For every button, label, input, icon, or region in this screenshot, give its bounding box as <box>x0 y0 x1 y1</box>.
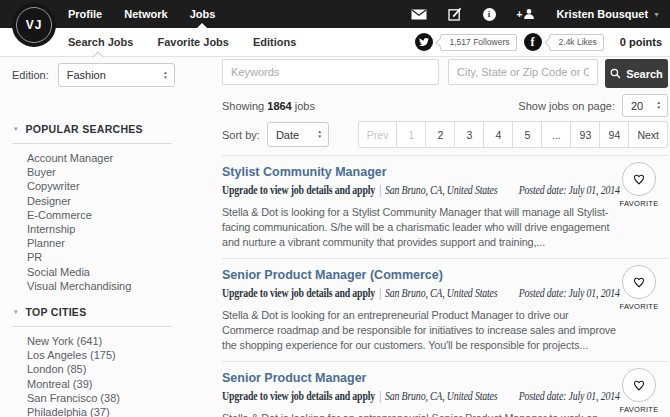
upgrade-link[interactable]: Upgrade to view job details and apply <box>222 183 375 197</box>
page-94-button[interactable]: 94 <box>600 121 629 148</box>
popular-search-item[interactable]: Buyer <box>27 165 172 179</box>
favorite-label: FAVORITE <box>614 405 664 414</box>
keywords-input[interactable] <box>222 59 439 85</box>
info-glyph: i <box>483 8 496 21</box>
popular-searches-header[interactable]: ▾ POPULAR SEARCHES <box>12 123 172 144</box>
job-description: Stella & Dot is looking for an entrepren… <box>222 308 616 353</box>
heart-icon[interactable] <box>622 162 656 196</box>
top-cities-header[interactable]: ▾ TOP CITIES <box>12 306 172 327</box>
add-user-icon[interactable]: + <box>517 8 536 20</box>
nav-item-network[interactable]: Network <box>124 0 167 28</box>
popular-search-item[interactable]: Designer <box>27 194 172 208</box>
top-city-item[interactable]: Philadelphia (37) <box>27 405 172 417</box>
top-cities-list: New York (641) Los Angeles (175) London … <box>12 334 172 417</box>
sort-control: Sort by: Date ▲ ▼ <box>222 122 329 147</box>
social-counters: 1,517 Followers f 2.4k Likes 0 points <box>415 33 670 51</box>
per-page-select[interactable]: 20 ▲ ▼ <box>622 94 668 117</box>
top-nav-bar: VJ Profile Network Jobs i + <box>0 0 670 28</box>
popular-searches-section: ▾ POPULAR SEARCHES Account Manager Buyer… <box>12 123 172 293</box>
favorite-label: FAVORITE <box>614 302 664 311</box>
facebook-icon[interactable]: f <box>524 33 542 51</box>
page-3-button[interactable]: 3 <box>455 121 484 148</box>
user-menu[interactable]: Kristen Bousquet ▼ <box>556 8 660 20</box>
tab-editions[interactable]: Editions <box>253 36 296 48</box>
job-listing: Senior Product Manager Upgrade to view j… <box>222 361 668 417</box>
page-1-button[interactable]: 1 <box>397 121 426 148</box>
edition-select[interactable]: Fashion ▲ ▼ <box>58 63 175 87</box>
edition-select-value: Fashion <box>67 69 106 81</box>
nav-item-profile[interactable]: Profile <box>68 0 102 28</box>
vj-logo-text: VJ <box>26 18 43 32</box>
job-posted-date: Posted date: July 01, 2014 <box>519 286 620 300</box>
popular-search-item[interactable]: Social Media <box>27 265 172 279</box>
job-posted-date: Posted date: July 01, 2014 <box>519 389 620 403</box>
popular-search-item[interactable]: PR <box>27 250 172 264</box>
top-city-item[interactable]: Los Angeles (175) <box>27 348 172 362</box>
search-button[interactable]: Search <box>605 59 668 88</box>
favorite-label: FAVORITE <box>614 199 664 208</box>
select-stepper-icon: ▲ ▼ <box>317 130 321 139</box>
twitter-followers-badge[interactable]: 1,517 Followers <box>440 34 517 51</box>
facebook-likes-badge[interactable]: 2.4k Likes <box>549 34 604 51</box>
pipe-separator: | <box>379 286 381 300</box>
job-title-link[interactable]: Stylist Community Manager <box>222 165 668 179</box>
secondary-nav-bar: Search Jobs Favorite Jobs Editions 1,517… <box>0 28 670 57</box>
popular-search-item[interactable]: Copywriter <box>27 179 172 193</box>
vj-logo[interactable]: VJ <box>12 3 56 47</box>
job-location: San Bruno, CA, United States <box>385 183 497 197</box>
info-icon[interactable]: i <box>483 8 496 21</box>
page-ellipsis: ... <box>542 121 571 148</box>
popular-search-item[interactable]: Planner <box>27 236 172 250</box>
popular-search-item[interactable]: Visual Merchandising <box>27 279 172 293</box>
stepper-down-arrow: ▼ <box>163 76 167 80</box>
pipe-separator: | <box>379 389 381 403</box>
pipe-separator: | <box>379 183 381 197</box>
nav-item-jobs[interactable]: Jobs <box>190 0 216 28</box>
edition-label: Edition: <box>12 69 49 81</box>
page-5-button[interactable]: 5 <box>513 121 542 148</box>
popular-searches-list: Account Manager Buyer Copywriter Designe… <box>12 151 172 293</box>
top-city-item[interactable]: Montreal (39) <box>27 377 172 391</box>
upgrade-link[interactable]: Upgrade to view job details and apply <box>222 389 375 403</box>
top-cities-title: TOP CITIES <box>26 306 87 318</box>
job-subtitle: Upgrade to view job details and apply|Sa… <box>222 389 588 404</box>
tab-search-jobs[interactable]: Search Jobs <box>68 36 133 48</box>
popular-search-item[interactable]: E-Commerce <box>27 208 172 222</box>
stepper-down-arrow: ▼ <box>317 135 321 139</box>
twitter-icon[interactable] <box>415 33 433 51</box>
top-city-item[interactable]: San Francisco (38) <box>27 391 172 405</box>
favorite-button[interactable]: FAVORITE <box>614 162 664 208</box>
tab-favorite-jobs[interactable]: Favorite Jobs <box>157 36 229 48</box>
heart-icon[interactable] <box>622 368 656 402</box>
sort-value: Date <box>276 129 299 141</box>
add-user-plus-glyph: + <box>517 10 523 20</box>
top-city-item[interactable]: London (85) <box>27 362 172 376</box>
job-subtitle: Upgrade to view job details and apply|Sa… <box>222 286 588 301</box>
sort-select[interactable]: Date ▲ ▼ <box>267 122 329 147</box>
top-city-item[interactable]: New York (641) <box>27 334 172 348</box>
compose-icon[interactable] <box>448 7 462 21</box>
page-4-button[interactable]: 4 <box>484 121 513 148</box>
page-93-button[interactable]: 93 <box>571 121 600 148</box>
page-next-button[interactable]: Next <box>629 121 668 148</box>
chevron-down-icon: ▼ <box>653 11 660 18</box>
nav-item-jobs-label: Jobs <box>190 8 216 20</box>
heart-icon[interactable] <box>622 265 656 299</box>
select-stepper-icon: ▲ ▼ <box>163 71 167 80</box>
location-input[interactable] <box>448 59 598 85</box>
sort-label: Sort by: <box>222 129 260 141</box>
popular-search-item[interactable]: Account Manager <box>27 151 172 165</box>
job-title-link[interactable]: Senior Product Manager <box>222 371 668 385</box>
page-prev-button[interactable]: Prev <box>358 121 398 148</box>
mail-icon[interactable] <box>411 9 427 20</box>
upgrade-link[interactable]: Upgrade to view job details and apply <box>222 286 375 300</box>
page-2-button[interactable]: 2 <box>426 121 455 148</box>
favorite-button[interactable]: FAVORITE <box>614 368 664 414</box>
favorite-button[interactable]: FAVORITE <box>614 265 664 311</box>
popular-searches-title: POPULAR SEARCHES <box>26 123 143 135</box>
job-title-link[interactable]: Senior Product Manager (Commerce) <box>222 268 668 282</box>
results-main: Search Showing 1864 jobs Show jobs on pa… <box>222 57 668 417</box>
facebook-glyph: f <box>531 36 535 48</box>
popular-search-item[interactable]: Internship <box>27 222 172 236</box>
job-description: Stella & Dot is looking for a Stylist Co… <box>222 205 616 250</box>
